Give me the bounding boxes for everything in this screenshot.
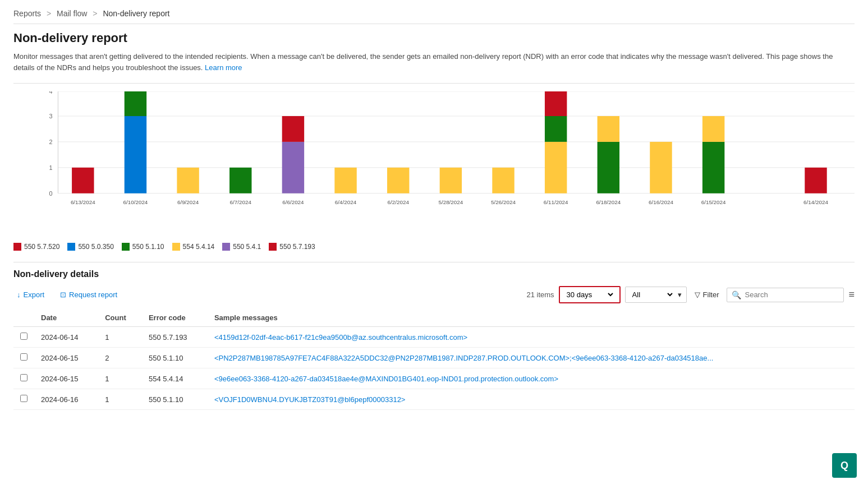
svg-rect-27 xyxy=(440,168,462,193)
breadcrumb-sep-2: > xyxy=(93,9,99,18)
row-date: 2024-06-14 xyxy=(34,327,98,348)
svg-rect-43 xyxy=(805,168,826,193)
row-count: 1 xyxy=(98,327,142,348)
checkbox-1[interactable] xyxy=(20,333,27,340)
row-count: 2 xyxy=(98,348,142,368)
filter-all-select[interactable]: All xyxy=(630,290,674,299)
table-body: 2024-06-14 1 550 5.7.193 <4159d12f-02df-… xyxy=(13,327,855,410)
svg-text:0: 0 xyxy=(49,190,53,197)
row-sample[interactable]: <4159d12f-02df-4eac-b617-f21c9ea9500b@az… xyxy=(208,327,855,348)
svg-text:6/9/2024: 6/9/2024 xyxy=(177,199,199,205)
search-box[interactable]: 🔍 xyxy=(727,288,844,302)
chart-legend: 550 5.7.520 550 5.0.350 550 5.1.10 554 5… xyxy=(13,243,855,251)
row-checkbox[interactable] xyxy=(13,327,34,348)
row-error-code: 550 5.1.10 xyxy=(142,389,208,410)
row-sample[interactable]: <PN2P287MB198785A97FE7AC4F88A322A5DDC32@… xyxy=(208,348,855,368)
svg-text:6/13/2024: 6/13/2024 xyxy=(71,199,95,205)
page-title: Non-delivery report xyxy=(13,31,855,45)
svg-rect-23 xyxy=(334,168,356,193)
chart-section: 0 1 2 3 4 6/13/2024 6/10/2024 xyxy=(13,83,855,251)
svg-text:6/2/2024: 6/2/2024 xyxy=(388,199,410,205)
page-description: Monitor messages that aren't getting del… xyxy=(13,51,855,73)
row-checkbox[interactable] xyxy=(13,348,34,368)
svg-rect-21 xyxy=(282,116,304,142)
svg-text:6/18/2024: 6/18/2024 xyxy=(596,199,621,205)
svg-rect-38 xyxy=(650,142,672,193)
svg-text:6/15/2024: 6/15/2024 xyxy=(701,199,726,205)
svg-text:6/7/2024: 6/7/2024 xyxy=(230,199,252,205)
col-count: Count xyxy=(98,309,142,327)
export-button[interactable]: ↓ Export xyxy=(13,288,48,301)
row-sample[interactable]: <VOJF1D0WBNU4.DYUKJBTZ03T91@bl6pepf00003… xyxy=(208,389,855,410)
legend-550-541: 550 5.4.1 xyxy=(222,243,261,251)
items-count: 21 items xyxy=(526,290,554,299)
details-section: Non-delivery details ↓ Export ⊡ Request … xyxy=(13,262,855,410)
svg-text:6/16/2024: 6/16/2024 xyxy=(649,199,673,205)
svg-text:2: 2 xyxy=(49,139,53,145)
svg-rect-40 xyxy=(702,142,724,193)
legend-550-50350: 550 5.0.350 xyxy=(67,243,113,251)
period-dropdown[interactable]: 30 days 7 days 14 days 60 days 90 days xyxy=(559,286,621,303)
row-count: 1 xyxy=(98,368,142,389)
svg-text:6/10/2024: 6/10/2024 xyxy=(123,199,148,205)
row-checkbox[interactable] xyxy=(13,389,34,410)
svg-text:6/11/2024: 6/11/2024 xyxy=(544,199,568,205)
search-input[interactable] xyxy=(745,290,839,299)
legend-554-5414: 554 5.4.14 xyxy=(172,243,215,251)
filter-icon: ▽ xyxy=(695,290,700,299)
row-error-code: 550 5.1.10 xyxy=(142,348,208,368)
svg-rect-11 xyxy=(72,168,94,193)
breadcrumb-mailflow[interactable]: Mail flow xyxy=(57,9,87,18)
period-select[interactable]: 30 days 7 days 14 days 60 days 90 days xyxy=(564,290,615,299)
col-date: Date xyxy=(34,309,98,327)
breadcrumb-reports[interactable]: Reports xyxy=(13,9,41,18)
row-checkbox[interactable] xyxy=(13,368,34,389)
search-icon: 🔍 xyxy=(732,290,741,299)
column-menu-icon[interactable]: ≡ xyxy=(848,289,855,301)
chart-svg: 0 1 2 3 4 6/13/2024 6/10/2024 xyxy=(36,91,855,215)
svg-rect-31 xyxy=(545,142,567,193)
svg-text:6/14/2024: 6/14/2024 xyxy=(803,199,828,205)
breadcrumb: Reports > Mail flow > Non-delivery repor… xyxy=(13,9,855,24)
breadcrumb-current: Non-delivery report xyxy=(103,9,169,18)
checkbox-3[interactable] xyxy=(20,374,27,381)
col-checkbox xyxy=(13,309,34,327)
request-report-button[interactable]: ⊡ Request report xyxy=(57,288,121,301)
chart-area: 0 1 2 3 4 6/13/2024 6/10/2024 xyxy=(13,91,855,237)
row-sample[interactable]: <9e6ee063-3368-4120-a267-da034518ae4e@MA… xyxy=(208,368,855,389)
toolbar: ↓ Export ⊡ Request report 21 items 30 da… xyxy=(13,286,855,303)
table-header: Date Count Error code Sample messages xyxy=(13,309,855,327)
legend-550-57193: 550 5.7.193 xyxy=(269,243,315,251)
checkbox-2[interactable] xyxy=(20,353,27,361)
svg-text:6/6/2024: 6/6/2024 xyxy=(282,199,304,205)
svg-rect-13 xyxy=(125,116,146,193)
svg-rect-36 xyxy=(598,116,619,142)
svg-rect-32 xyxy=(545,116,567,142)
row-error-code: 550 5.7.193 xyxy=(142,327,208,348)
svg-rect-18 xyxy=(229,168,251,193)
filter-all-dropdown[interactable]: All ▾ xyxy=(625,287,687,303)
col-error-code: Error code xyxy=(142,309,208,327)
svg-rect-41 xyxy=(702,116,724,142)
svg-rect-29 xyxy=(492,168,514,193)
request-icon: ⊡ xyxy=(60,290,66,299)
table-row: 2024-06-16 1 550 5.1.10 <VOJF1D0WBNU4.DY… xyxy=(13,389,855,410)
chevron-down-icon: ▾ xyxy=(678,290,682,299)
svg-rect-25 xyxy=(387,168,409,193)
export-icon: ↓ xyxy=(17,290,21,299)
svg-text:3: 3 xyxy=(49,113,53,119)
row-error-code: 554 5.4.14 xyxy=(142,368,208,389)
filter-button[interactable]: ▽ Filter xyxy=(691,288,723,301)
toolbar-left: ↓ Export ⊡ Request report xyxy=(13,288,121,301)
breadcrumb-sep-1: > xyxy=(47,9,53,18)
col-sample-messages: Sample messages xyxy=(208,309,855,327)
checkbox-4[interactable] xyxy=(20,395,27,402)
svg-text:4: 4 xyxy=(49,91,53,95)
row-date: 2024-06-15 xyxy=(34,368,98,389)
page-container: Reports > Mail flow > Non-delivery repor… xyxy=(0,0,868,419)
svg-rect-35 xyxy=(598,142,619,193)
svg-rect-20 xyxy=(282,142,304,193)
table-row: 2024-06-15 2 550 5.1.10 <PN2P287MB198785… xyxy=(13,348,855,368)
svg-rect-14 xyxy=(125,91,146,116)
learn-more-link[interactable]: Learn more xyxy=(205,63,242,72)
